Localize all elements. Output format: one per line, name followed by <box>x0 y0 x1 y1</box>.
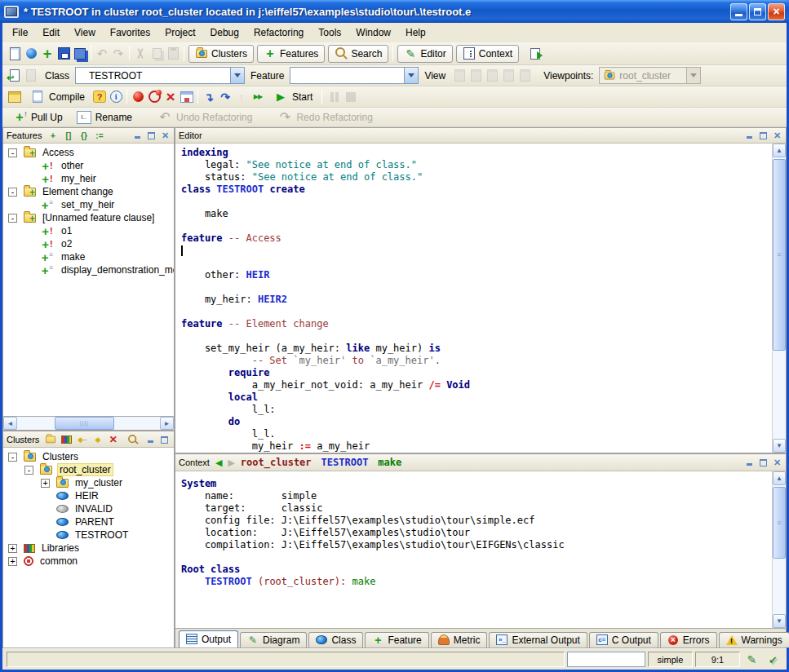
code-line[interactable]: local <box>181 391 772 404</box>
code-line[interactable]: other: HEIR <box>181 269 772 281</box>
scroll-track[interactable] <box>773 157 786 439</box>
code-line[interactable]: TESTROOT (root_cluster): make <box>181 576 772 588</box>
show-assigner-icon[interactable]: := <box>94 130 104 142</box>
pull-up-button[interactable]: Pull Up <box>7 108 68 127</box>
compile-info-icon[interactable] <box>108 89 124 105</box>
menu-help[interactable]: Help <box>398 24 433 42</box>
tree-item-my-cluster[interactable]: +my_cluster <box>3 476 174 489</box>
tree-item-other[interactable]: other <box>3 159 174 172</box>
collapse-box[interactable]: - <box>8 214 17 223</box>
code-line[interactable]: System <box>181 478 772 490</box>
tree-item-heir[interactable]: HEIR <box>3 489 174 502</box>
chevron-down-icon[interactable] <box>404 68 418 83</box>
editor-panel-header[interactable]: Editor ✕ <box>175 128 786 144</box>
tree-item-common[interactable]: +common <box>3 555 174 568</box>
code-line[interactable]: require <box>181 367 772 379</box>
add-class-icon[interactable] <box>39 46 55 62</box>
tree-item-clusters[interactable]: -Clusters <box>3 450 174 463</box>
history-back-icon[interactable]: ◀ <box>215 458 222 468</box>
scroll-down-arrow[interactable]: ▼ <box>773 614 786 628</box>
freeze-bomb-icon[interactable] <box>130 89 146 105</box>
maximize-button[interactable] <box>749 3 766 20</box>
tab-c-output[interactable]: C Output <box>589 632 658 648</box>
save-all-icon[interactable] <box>72 46 88 62</box>
tab-external-output[interactable]: External Output <box>489 632 587 648</box>
panel-maximize-button[interactable] <box>758 458 769 467</box>
send-to-external-icon[interactable] <box>527 46 543 62</box>
new-document-icon[interactable] <box>7 46 23 62</box>
minimize-button[interactable] <box>730 3 747 20</box>
code-line[interactable]: -- Set `my_heir' to `a_my_heir'. <box>181 355 772 367</box>
step-into-icon[interactable] <box>201 89 217 105</box>
tab-output[interactable]: Output <box>179 630 238 648</box>
open-in-new-tool-icon[interactable] <box>7 68 23 84</box>
scroll-thumb[interactable] <box>773 487 786 559</box>
menu-file[interactable]: File <box>5 24 35 42</box>
code-line[interactable] <box>181 257 772 269</box>
new-feature-icon[interactable]: + <box>47 130 58 142</box>
tree-item-o2[interactable]: o2 <box>3 237 174 250</box>
code-line[interactable]: my_heir := a_my_heir <box>181 440 772 453</box>
code-line[interactable]: indexing <box>181 147 772 159</box>
expand-box[interactable]: + <box>41 479 50 488</box>
tree-item-access[interactable]: -Access <box>3 146 174 159</box>
clusters-tool-button[interactable]: Clusters <box>188 45 254 63</box>
class-combobox[interactable]: TESTROOT <box>75 67 245 84</box>
search-cluster-icon[interactable] <box>126 433 140 445</box>
status-filter-input[interactable] <box>567 652 645 667</box>
add-library-icon[interactable] <box>61 433 72 445</box>
panel-minimize-button[interactable] <box>744 130 755 140</box>
code-line[interactable]: Root class <box>181 564 772 576</box>
feature-combobox[interactable] <box>290 67 419 84</box>
scroll-thumb[interactable] <box>55 417 115 430</box>
panel-close-button[interactable]: ✕ <box>772 130 782 140</box>
close-button[interactable]: × <box>768 3 785 20</box>
code-line[interactable]: config file: J:\Eiffel57\examples\studio… <box>181 515 772 527</box>
code-line[interactable]: status: "See notice at end of class." <box>181 171 772 183</box>
menu-view[interactable]: View <box>67 24 103 42</box>
tree-item-display-demonstration-messa[interactable]: display_demonstration_messa <box>3 263 174 276</box>
panel-maximize-button[interactable] <box>159 435 170 444</box>
finalize-bomb-icon[interactable] <box>146 89 162 105</box>
code-line[interactable]: do <box>181 416 772 428</box>
panel-maximize-button[interactable] <box>146 130 157 140</box>
add-subcluster-icon[interactable]: ◆– <box>77 433 87 445</box>
code-line[interactable]: legal: "See notice at end of class." <box>181 159 772 171</box>
menu-favorites[interactable]: Favorites <box>103 24 157 42</box>
clusters-panel-header[interactable]: Clusters ◆– ◆ ✕ ✕ <box>3 431 174 448</box>
tree-item-root-cluster[interactable]: -root_cluster <box>3 463 174 476</box>
code-line[interactable]: my_heir: HEIR2 <box>181 294 772 306</box>
tree-item-make[interactable]: make <box>3 250 174 263</box>
code-line[interactable]: feature -- Element change <box>181 318 772 330</box>
cancel-compile-icon[interactable] <box>162 89 179 105</box>
context-panel-header[interactable]: Context ◀ ▶ root_clusterTESTROOTmake ✕ <box>175 454 786 471</box>
scroll-up-arrow[interactable]: ▲ <box>773 144 786 157</box>
scroll-left-arrow[interactable]: ◄ <box>3 417 17 430</box>
code-line[interactable] <box>181 306 772 318</box>
compile-question-icon[interactable] <box>91 89 108 105</box>
menu-window[interactable]: Window <box>348 24 398 42</box>
features-panel-header[interactable]: Features + [] {} := ✕ <box>3 128 174 144</box>
editor-code[interactable]: indexing legal: "See notice at end of cl… <box>175 144 772 453</box>
tree-item-element-change[interactable]: -Element change <box>3 185 174 198</box>
panel-minimize-button[interactable] <box>132 130 143 140</box>
code-line[interactable]: location: J:\Eiffel57\examples\studio\to… <box>181 527 772 539</box>
editor-tool-button[interactable]: Editor <box>397 45 452 63</box>
breadcrumb-feature[interactable]: make <box>378 457 401 468</box>
tree-item-libraries[interactable]: +Libraries <box>3 542 174 555</box>
edit-mode-button[interactable] <box>742 651 761 668</box>
code-line[interactable]: set_my_heir (a_my_heir: like my_heir) is <box>181 343 772 355</box>
interrupt-app-icon[interactable] <box>179 89 195 105</box>
breadcrumb-cluster[interactable]: root_cluster <box>241 457 312 468</box>
code-line[interactable]: l_l. <box>181 428 772 440</box>
search-tool-button[interactable]: Search <box>328 45 388 63</box>
code-line[interactable] <box>181 245 772 257</box>
code-line[interactable]: compilation: J:\Eiffel57\examples\studio… <box>181 539 772 551</box>
tree-item-invalid[interactable]: INVALID <box>3 502 174 515</box>
scroll-up-arrow[interactable]: ▲ <box>773 471 786 485</box>
compile-button[interactable]: Compile <box>24 87 90 107</box>
code-line[interactable]: a_my_heir_not_void: a_my_heir /= Void <box>181 379 772 391</box>
chevron-down-icon[interactable] <box>230 68 244 83</box>
editor-vscrollbar[interactable]: ▲ ▼ <box>772 144 786 453</box>
breadcrumb-class[interactable]: TESTROOT <box>321 457 369 468</box>
